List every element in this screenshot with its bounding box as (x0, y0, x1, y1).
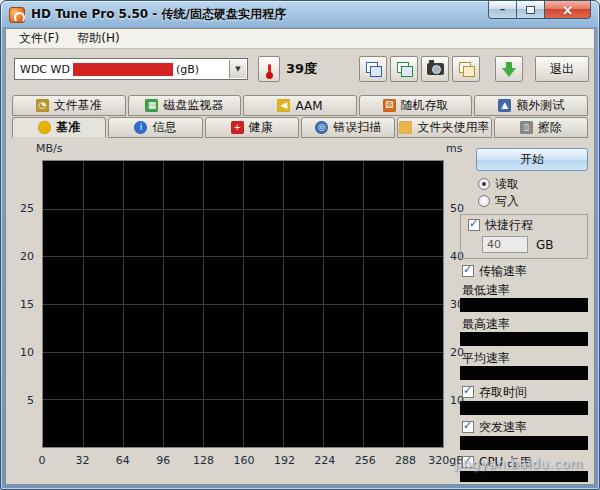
screenshot-save-icon (397, 62, 412, 76)
burst-rate-label: 突发速率 (479, 419, 527, 436)
y-left-tick-label: 5 (27, 394, 34, 407)
access-time-label: 存取时间 (479, 384, 527, 401)
temperature-group: 39度 (258, 56, 317, 82)
minimize-button[interactable]: – (488, 1, 517, 19)
tab-disk-monitor-label: 磁盘监视器 (163, 97, 223, 114)
disk-monitor-icon: ▦ (145, 99, 158, 112)
tab-row-top: ◔文件基准▦磁盘监视器◀AAM⚄随机存取▲额外测试 (6, 95, 594, 116)
extra-tests-icon: ▲ (498, 99, 511, 112)
tab-folder-usage-label: 文件夹使用率 (417, 119, 489, 136)
temperature-value: 39度 (286, 60, 317, 78)
x-tick-label: 288 (395, 454, 416, 467)
exit-button[interactable]: 退出 (535, 56, 589, 82)
gridline-v (203, 161, 204, 447)
maximize-icon (526, 6, 535, 14)
tab-disk-monitor[interactable]: ▦磁盘监视器 (128, 95, 242, 116)
avg-rate-label: 平均速率 (452, 350, 588, 364)
max-rate-label: 最高速率 (452, 316, 588, 330)
tab-random-access[interactable]: ⚄随机存取 (359, 95, 473, 116)
save-screenshot-button[interactable] (390, 56, 418, 82)
avg-rate-redacted-value (460, 366, 588, 380)
read-radio-row: 读取 (452, 177, 588, 191)
benchmark-plot (42, 160, 444, 448)
update-button[interactable] (495, 56, 523, 82)
tab-erase-label: 擦除 (538, 119, 562, 136)
x-ticks: 0326496128160192224256288320gB (42, 454, 446, 468)
titlebar[interactable]: HD Tune Pro 5.50 - 传统/固态硬盘实用程序 – × (1, 1, 599, 28)
write-label: 写入 (495, 193, 519, 210)
tab-benchmark-label: 基准 (56, 119, 80, 136)
transfer-rate-checkbox[interactable] (462, 265, 474, 277)
tab-info[interactable]: i信息 (108, 117, 202, 138)
tab-erase[interactable]: ▯擦除 (494, 117, 588, 138)
tab-health-label: 健康 (249, 119, 273, 136)
access-time-checkbox[interactable] (462, 386, 474, 398)
read-radio[interactable] (478, 178, 490, 190)
drive-name-prefix: WDC WD (20, 63, 70, 76)
start-button[interactable]: 开始 (476, 148, 588, 171)
menu-help[interactable]: 帮助(H) (68, 28, 128, 49)
tab-extra-tests[interactable]: ▲额外测试 (474, 95, 588, 116)
short-stroke-checkbox[interactable] (468, 219, 480, 231)
menubar: 文件(F)帮助(H) (6, 29, 594, 49)
cpu-usage-redacted-value (460, 471, 588, 482)
file-benchmark-icon: ◔ (36, 99, 49, 112)
write-radio[interactable] (478, 195, 490, 207)
maximize-button[interactable] (517, 1, 545, 19)
burst-rate-checkbox[interactable] (462, 421, 474, 433)
x-tick-label: 128 (193, 454, 214, 467)
temperature-button[interactable] (258, 56, 280, 82)
tab-file-benchmark-label: 文件基准 (54, 97, 102, 114)
tab-aam[interactable]: ◀AAM (243, 95, 357, 116)
short-stroke-unit: GB (536, 238, 554, 252)
tab-health[interactable]: +健康 (205, 117, 299, 138)
min-rate-label: 最低速率 (452, 282, 588, 296)
short-stroke-label: 快捷行程 (485, 217, 533, 234)
info-icon: i (134, 121, 147, 134)
tab-benchmark[interactable]: 基准 (12, 117, 106, 138)
save-text-button[interactable] (452, 56, 480, 82)
benchmark-page: MB/s ms 252015105 5040302010 03264961281… (6, 138, 594, 484)
tab-random-access-label: 随机存取 (401, 97, 449, 114)
tab-file-benchmark[interactable]: ◔文件基准 (12, 95, 126, 116)
short-stroke-group: 快捷行程 GB (460, 214, 588, 259)
x-tick-label: 256 (355, 454, 376, 467)
drive-select-dropdown[interactable]: WDC WD (gB) ▼ (14, 58, 248, 80)
y-left-tick-label: 15 (20, 298, 34, 311)
tab-row-bottom: 基准i信息+健康◎错误扫描文件夹使用率▯擦除 (6, 117, 594, 138)
toolbar-buttons (359, 56, 523, 82)
random-access-icon: ⚄ (383, 99, 396, 112)
close-button[interactable]: × (545, 1, 591, 19)
screenshot-copy-icon (366, 62, 381, 76)
download-arrow-icon (502, 62, 516, 77)
short-stroke-input-row: GB (466, 236, 582, 253)
drive-name-suffix: (gB) (176, 63, 199, 76)
toolbar: WDC WD (gB) ▼ 39度 退出 (6, 49, 594, 89)
chevron-down-icon[interactable]: ▼ (229, 60, 246, 78)
gridline-v (283, 161, 284, 447)
y-left-ticks: 252015105 (6, 160, 38, 448)
short-stroke-input[interactable] (482, 236, 528, 253)
window-controls: – × (488, 1, 591, 19)
gridline-v (123, 161, 124, 447)
x-tick-label: 224 (314, 454, 335, 467)
y-left-tick-label: 10 (20, 346, 34, 359)
app-icon (9, 7, 25, 23)
y-left-tick-label: 25 (20, 202, 34, 215)
x-tick-label: 0 (39, 454, 46, 467)
cpu-usage-checkbox[interactable] (462, 456, 474, 468)
tab-error-scan[interactable]: ◎错误扫描 (301, 117, 395, 138)
menu-file[interactable]: 文件(F) (10, 28, 68, 49)
copy-screenshot-button[interactable] (359, 56, 387, 82)
tab-error-scan-label: 错误扫描 (333, 119, 381, 136)
min-rate-redacted-value (460, 298, 588, 312)
camera-button[interactable] (421, 56, 449, 82)
write-radio-row: 写入 (452, 194, 588, 208)
gridline-v (163, 161, 164, 447)
access-time-redacted-value (460, 401, 588, 415)
x-tick-label: 192 (274, 454, 295, 467)
read-label: 读取 (495, 176, 519, 193)
tab-folder-usage[interactable]: 文件夹使用率 (397, 117, 491, 138)
drive-name-redaction (73, 63, 173, 76)
controls-panel: 开始 读取 写入 快捷行程 GB (452, 148, 588, 482)
